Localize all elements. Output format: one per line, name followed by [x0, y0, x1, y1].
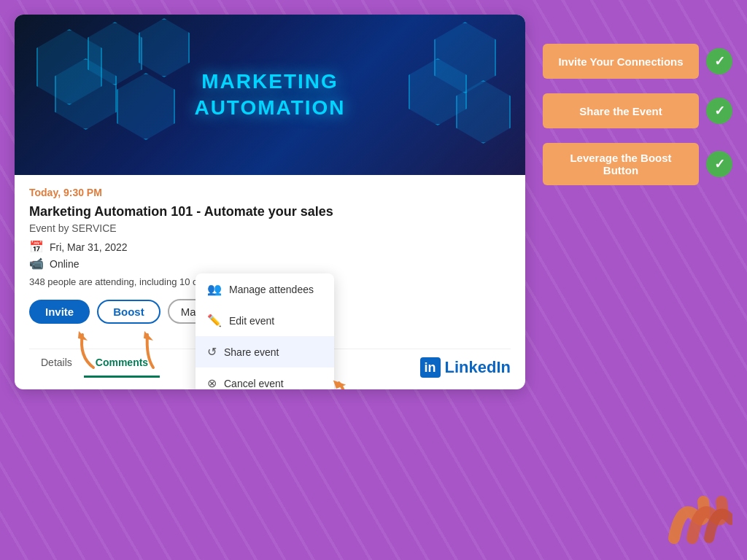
checklist-item-3: Leverage the Boost Button ✓ — [543, 143, 732, 185]
page-wrapper: MARKETING AUTOMATION Today, 9:30 PM Mark… — [0, 0, 747, 560]
linkedin-logo-icon: in — [420, 357, 441, 378]
svg-marker-1 — [78, 331, 88, 341]
dropdown-manage-attendees[interactable]: 👥 Manage attendees — [196, 273, 334, 305]
event-organizer: Event by SERVICE — [29, 222, 511, 234]
hero-title: MARKETING AUTOMATION — [194, 69, 345, 122]
check-icon-1: ✓ — [706, 48, 732, 74]
svg-marker-2 — [144, 331, 153, 341]
manage-dropdown: 👥 Manage attendees ✏️ Edit event ↺ Share… — [196, 273, 334, 389]
invite-arrow-overlay — [64, 327, 101, 374]
event-datetime: Today, 9:30 PM — [29, 187, 511, 198]
hex-5 — [139, 18, 190, 77]
boost-button[interactable]: Boost — [97, 300, 160, 324]
hex-4 — [117, 73, 175, 140]
event-date: Fri, Mar 31, 2022 — [50, 241, 128, 253]
event-location-row: 📹 Online — [29, 257, 511, 271]
linkedin-name: LinkedIn — [445, 358, 511, 377]
dropdown-share-event[interactable]: ↺ Share event — [196, 336, 334, 368]
event-date-row: 📅 Fri, Mar 31, 2022 — [29, 240, 511, 254]
edit-icon: ✏️ — [207, 314, 222, 327]
decorative-swish — [667, 494, 732, 548]
checklist-bar-2: Share the Event — [543, 93, 699, 128]
event-hero-image: MARKETING AUTOMATION — [15, 15, 525, 175]
video-icon: 📹 — [29, 257, 44, 271]
checklist-item-2: Share the Event ✓ — [543, 93, 732, 128]
invite-button[interactable]: Invite — [29, 300, 90, 324]
calendar-icon: 📅 — [29, 240, 44, 254]
manage-attendees-icon: 👥 — [207, 282, 222, 296]
checklist-bar-3: Leverage the Boost Button — [543, 143, 699, 185]
svg-marker-0 — [332, 376, 346, 389]
check-icon-3: ✓ — [706, 151, 732, 177]
dropdown-edit-event[interactable]: ✏️ Edit event — [196, 305, 334, 336]
event-meta: 📅 Fri, Mar 31, 2022 📹 Online — [29, 240, 511, 271]
boost-arrow-overlay — [131, 327, 168, 374]
share-icon: ↺ — [207, 345, 217, 359]
checklist-panel: Invite Your Connections ✓ Share the Even… — [543, 15, 732, 185]
event-title: Marketing Automation 101 - Automate your… — [29, 204, 511, 219]
cancel-icon: ⊗ — [207, 376, 217, 389]
checklist-item-1: Invite Your Connections ✓ — [543, 44, 732, 79]
check-icon-2: ✓ — [706, 98, 732, 124]
checklist-bar-1: Invite Your Connections — [543, 44, 699, 79]
event-location: Online — [50, 258, 79, 270]
linkedin-brand: in LinkedIn — [420, 357, 511, 378]
